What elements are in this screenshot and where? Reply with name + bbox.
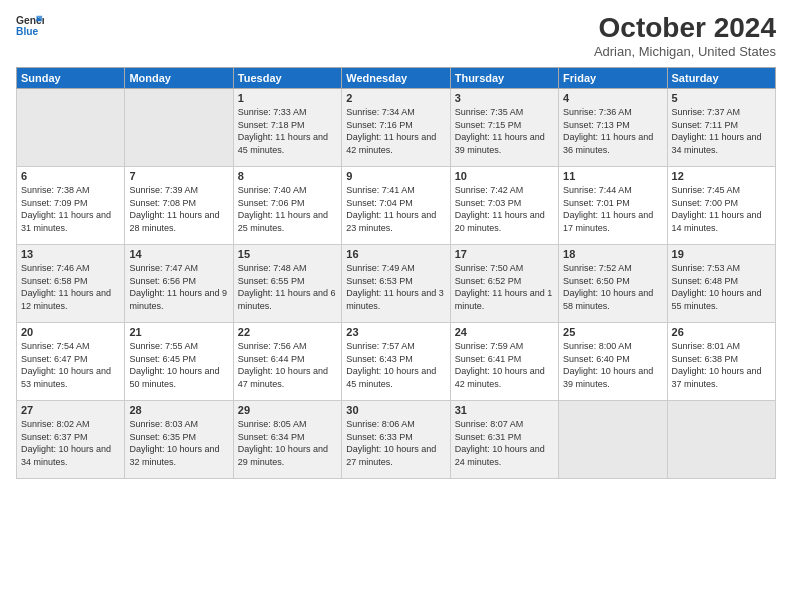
day-number: 26	[672, 326, 771, 338]
day-info: Sunrise: 7:42 AMSunset: 7:03 PMDaylight:…	[455, 184, 554, 234]
month-title: October 2024	[594, 12, 776, 44]
table-cell: 15Sunrise: 7:48 AMSunset: 6:55 PMDayligh…	[233, 245, 341, 323]
day-info: Sunrise: 7:33 AMSunset: 7:18 PMDaylight:…	[238, 106, 337, 156]
table-cell: 22Sunrise: 7:56 AMSunset: 6:44 PMDayligh…	[233, 323, 341, 401]
day-info: Sunrise: 7:53 AMSunset: 6:48 PMDaylight:…	[672, 262, 771, 312]
table-cell: 28Sunrise: 8:03 AMSunset: 6:35 PMDayligh…	[125, 401, 233, 479]
table-cell	[125, 89, 233, 167]
calendar: Sunday Monday Tuesday Wednesday Thursday…	[16, 67, 776, 479]
day-number: 4	[563, 92, 662, 104]
day-number: 27	[21, 404, 120, 416]
table-cell	[17, 89, 125, 167]
day-number: 17	[455, 248, 554, 260]
week-row-1: 6Sunrise: 7:38 AMSunset: 7:09 PMDaylight…	[17, 167, 776, 245]
svg-text:Blue: Blue	[16, 26, 39, 37]
table-cell: 20Sunrise: 7:54 AMSunset: 6:47 PMDayligh…	[17, 323, 125, 401]
day-info: Sunrise: 7:40 AMSunset: 7:06 PMDaylight:…	[238, 184, 337, 234]
day-info: Sunrise: 7:34 AMSunset: 7:16 PMDaylight:…	[346, 106, 445, 156]
day-number: 18	[563, 248, 662, 260]
day-info: Sunrise: 8:05 AMSunset: 6:34 PMDaylight:…	[238, 418, 337, 468]
day-number: 10	[455, 170, 554, 182]
table-cell: 19Sunrise: 7:53 AMSunset: 6:48 PMDayligh…	[667, 245, 775, 323]
table-cell	[667, 401, 775, 479]
day-number: 7	[129, 170, 228, 182]
week-row-0: 1Sunrise: 7:33 AMSunset: 7:18 PMDaylight…	[17, 89, 776, 167]
day-number: 9	[346, 170, 445, 182]
col-saturday: Saturday	[667, 68, 775, 89]
day-info: Sunrise: 7:57 AMSunset: 6:43 PMDaylight:…	[346, 340, 445, 390]
day-number: 20	[21, 326, 120, 338]
col-monday: Monday	[125, 68, 233, 89]
day-info: Sunrise: 7:46 AMSunset: 6:58 PMDaylight:…	[21, 262, 120, 312]
day-number: 28	[129, 404, 228, 416]
logo-icon: General Blue	[16, 12, 44, 40]
col-thursday: Thursday	[450, 68, 558, 89]
day-number: 16	[346, 248, 445, 260]
day-info: Sunrise: 7:47 AMSunset: 6:56 PMDaylight:…	[129, 262, 228, 312]
day-number: 11	[563, 170, 662, 182]
day-info: Sunrise: 8:03 AMSunset: 6:35 PMDaylight:…	[129, 418, 228, 468]
day-number: 13	[21, 248, 120, 260]
day-info: Sunrise: 7:50 AMSunset: 6:52 PMDaylight:…	[455, 262, 554, 312]
col-wednesday: Wednesday	[342, 68, 450, 89]
table-cell: 12Sunrise: 7:45 AMSunset: 7:00 PMDayligh…	[667, 167, 775, 245]
day-info: Sunrise: 8:00 AMSunset: 6:40 PMDaylight:…	[563, 340, 662, 390]
day-number: 15	[238, 248, 337, 260]
day-info: Sunrise: 7:41 AMSunset: 7:04 PMDaylight:…	[346, 184, 445, 234]
day-info: Sunrise: 7:48 AMSunset: 6:55 PMDaylight:…	[238, 262, 337, 312]
day-number: 14	[129, 248, 228, 260]
day-info: Sunrise: 8:06 AMSunset: 6:33 PMDaylight:…	[346, 418, 445, 468]
table-cell: 5Sunrise: 7:37 AMSunset: 7:11 PMDaylight…	[667, 89, 775, 167]
table-cell: 30Sunrise: 8:06 AMSunset: 6:33 PMDayligh…	[342, 401, 450, 479]
table-cell: 9Sunrise: 7:41 AMSunset: 7:04 PMDaylight…	[342, 167, 450, 245]
day-number: 23	[346, 326, 445, 338]
col-tuesday: Tuesday	[233, 68, 341, 89]
day-number: 24	[455, 326, 554, 338]
header: General Blue October 2024 Adrian, Michig…	[16, 12, 776, 59]
day-number: 1	[238, 92, 337, 104]
title-block: October 2024 Adrian, Michigan, United St…	[594, 12, 776, 59]
day-info: Sunrise: 7:45 AMSunset: 7:00 PMDaylight:…	[672, 184, 771, 234]
table-cell: 24Sunrise: 7:59 AMSunset: 6:41 PMDayligh…	[450, 323, 558, 401]
table-cell: 3Sunrise: 7:35 AMSunset: 7:15 PMDaylight…	[450, 89, 558, 167]
day-info: Sunrise: 7:52 AMSunset: 6:50 PMDaylight:…	[563, 262, 662, 312]
day-info: Sunrise: 7:54 AMSunset: 6:47 PMDaylight:…	[21, 340, 120, 390]
table-cell: 25Sunrise: 8:00 AMSunset: 6:40 PMDayligh…	[559, 323, 667, 401]
table-cell: 4Sunrise: 7:36 AMSunset: 7:13 PMDaylight…	[559, 89, 667, 167]
table-cell: 21Sunrise: 7:55 AMSunset: 6:45 PMDayligh…	[125, 323, 233, 401]
table-cell: 7Sunrise: 7:39 AMSunset: 7:08 PMDaylight…	[125, 167, 233, 245]
day-number: 2	[346, 92, 445, 104]
day-number: 12	[672, 170, 771, 182]
week-row-2: 13Sunrise: 7:46 AMSunset: 6:58 PMDayligh…	[17, 245, 776, 323]
calendar-header-row: Sunday Monday Tuesday Wednesday Thursday…	[17, 68, 776, 89]
day-number: 5	[672, 92, 771, 104]
logo: General Blue	[16, 12, 44, 40]
day-number: 22	[238, 326, 337, 338]
table-cell: 8Sunrise: 7:40 AMSunset: 7:06 PMDaylight…	[233, 167, 341, 245]
table-cell: 10Sunrise: 7:42 AMSunset: 7:03 PMDayligh…	[450, 167, 558, 245]
table-cell: 29Sunrise: 8:05 AMSunset: 6:34 PMDayligh…	[233, 401, 341, 479]
table-cell: 11Sunrise: 7:44 AMSunset: 7:01 PMDayligh…	[559, 167, 667, 245]
day-number: 19	[672, 248, 771, 260]
table-cell: 2Sunrise: 7:34 AMSunset: 7:16 PMDaylight…	[342, 89, 450, 167]
day-info: Sunrise: 8:01 AMSunset: 6:38 PMDaylight:…	[672, 340, 771, 390]
week-row-3: 20Sunrise: 7:54 AMSunset: 6:47 PMDayligh…	[17, 323, 776, 401]
table-cell: 26Sunrise: 8:01 AMSunset: 6:38 PMDayligh…	[667, 323, 775, 401]
day-number: 29	[238, 404, 337, 416]
day-info: Sunrise: 7:36 AMSunset: 7:13 PMDaylight:…	[563, 106, 662, 156]
week-row-4: 27Sunrise: 8:02 AMSunset: 6:37 PMDayligh…	[17, 401, 776, 479]
table-cell: 18Sunrise: 7:52 AMSunset: 6:50 PMDayligh…	[559, 245, 667, 323]
day-info: Sunrise: 7:39 AMSunset: 7:08 PMDaylight:…	[129, 184, 228, 234]
day-number: 8	[238, 170, 337, 182]
table-cell: 27Sunrise: 8:02 AMSunset: 6:37 PMDayligh…	[17, 401, 125, 479]
day-info: Sunrise: 7:37 AMSunset: 7:11 PMDaylight:…	[672, 106, 771, 156]
table-cell: 23Sunrise: 7:57 AMSunset: 6:43 PMDayligh…	[342, 323, 450, 401]
day-number: 3	[455, 92, 554, 104]
table-cell: 31Sunrise: 8:07 AMSunset: 6:31 PMDayligh…	[450, 401, 558, 479]
location: Adrian, Michigan, United States	[594, 44, 776, 59]
day-info: Sunrise: 7:44 AMSunset: 7:01 PMDaylight:…	[563, 184, 662, 234]
table-cell: 14Sunrise: 7:47 AMSunset: 6:56 PMDayligh…	[125, 245, 233, 323]
day-info: Sunrise: 7:59 AMSunset: 6:41 PMDaylight:…	[455, 340, 554, 390]
day-info: Sunrise: 8:07 AMSunset: 6:31 PMDaylight:…	[455, 418, 554, 468]
day-info: Sunrise: 7:38 AMSunset: 7:09 PMDaylight:…	[21, 184, 120, 234]
